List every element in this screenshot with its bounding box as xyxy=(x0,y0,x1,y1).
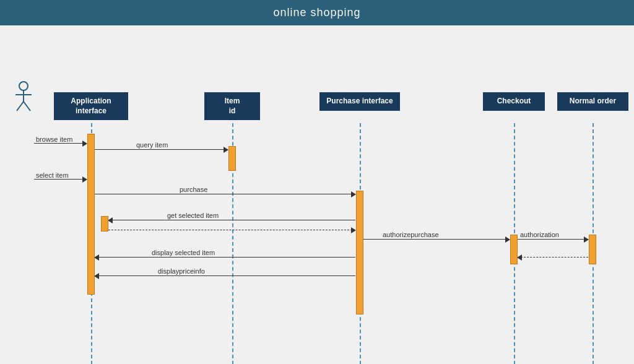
svg-line-3 xyxy=(17,102,24,111)
arrow-browse-item xyxy=(34,143,87,144)
activation-checkout xyxy=(510,235,518,264)
label-browse-item: browse item xyxy=(36,136,72,143)
lifeline-app-interface: Application interface xyxy=(54,92,128,120)
diagram-area: Application interface Itemid Purchase in… xyxy=(0,25,634,364)
arrow-purchase xyxy=(95,194,355,194)
header: online shopping xyxy=(0,0,634,25)
activation-purchase xyxy=(356,191,363,314)
actor xyxy=(12,81,35,115)
label-displayprice: displaypriceinfo xyxy=(158,267,205,275)
arrow-authorize xyxy=(363,239,510,240)
activation-normalorder xyxy=(589,235,596,264)
svg-point-0 xyxy=(19,82,28,90)
arrow-displayprice xyxy=(95,275,355,276)
lifeline-item-id: Itemid xyxy=(204,92,260,120)
lifeline-checkout: Checkout xyxy=(483,92,545,111)
activation-app xyxy=(87,134,95,295)
label-query-item: query item xyxy=(136,141,168,149)
arrow-authorization xyxy=(518,239,588,240)
svg-line-4 xyxy=(24,102,30,111)
arrow-dashed-item-return xyxy=(108,230,355,230)
label-authorization: authorization xyxy=(520,231,559,238)
lifeline-normal-order: Normal order xyxy=(557,92,628,111)
arrow-select-item xyxy=(34,179,87,180)
label-authorize: authorizepurchase xyxy=(383,231,439,238)
activation-item2 xyxy=(101,216,108,232)
arrow-get-selected xyxy=(108,220,355,220)
arrow-dashed-normalorder-return xyxy=(518,257,588,258)
label-get-selected: get selected item xyxy=(167,212,219,219)
arrow-display-selected xyxy=(95,257,355,258)
label-purchase: purchase xyxy=(180,186,207,193)
activation-item1 xyxy=(228,146,236,171)
label-select-item: select item xyxy=(36,171,69,179)
lifeline-purchase-interface: Purchase interface xyxy=(319,92,400,111)
label-display-selected: display selected item xyxy=(152,249,215,256)
arrow-query-item xyxy=(95,149,228,150)
